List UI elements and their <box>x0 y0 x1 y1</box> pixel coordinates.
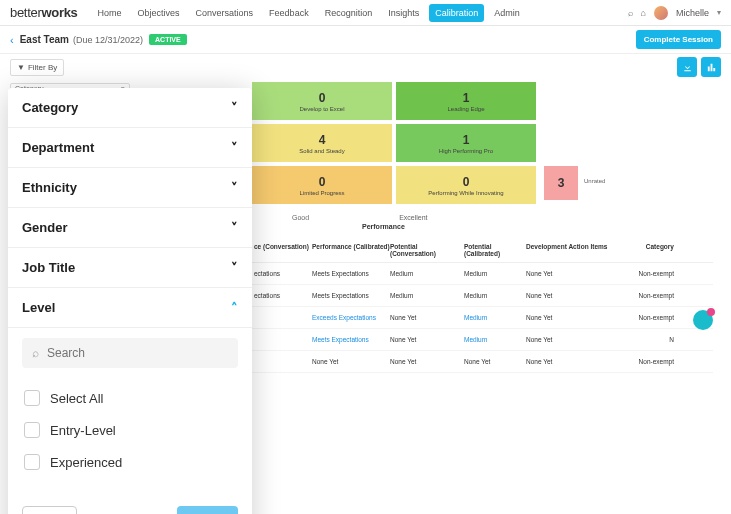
filter-by-button[interactable]: ▼Filter By <box>10 59 64 76</box>
cell: ectations <box>252 292 312 299</box>
unrated-cell[interactable]: 3 <box>544 166 578 200</box>
cell[interactable]: Exceeds Expectations <box>312 314 390 321</box>
col-header[interactable]: Potential (Conversation) <box>390 243 464 257</box>
filter-option[interactable]: Entry-Level <box>22 414 238 446</box>
checkbox[interactable] <box>24 422 40 438</box>
cell[interactable]: Medium <box>464 314 526 321</box>
level-section-body: ⌕ Select AllEntry-LevelExperienced <box>8 328 252 478</box>
nav-calibration[interactable]: Calibration <box>429 4 484 22</box>
main-content: 0Develop to Excel1Leading Edge4Solid and… <box>252 82 713 373</box>
nav-recognition[interactable]: Recognition <box>319 4 379 22</box>
session-header: ‹ East Team (Due 12/31/2022) ACTIVE Comp… <box>0 26 731 54</box>
filter-option[interactable]: Select All <box>22 382 238 414</box>
help-bubble[interactable] <box>693 310 713 330</box>
table-row[interactable]: ectationsMeets ExpectationsMediumMediumN… <box>252 285 713 307</box>
table-row[interactable]: Exceeds ExpectationsNone YetMediumNone Y… <box>252 307 713 329</box>
axis-tick: Excellent <box>399 214 427 221</box>
nine-box-grid: 0Develop to Excel1Leading Edge4Solid and… <box>252 82 713 204</box>
table-body: ectationsMeets ExpectationsMediumMediumN… <box>252 263 713 373</box>
cell: Non-exempt <box>618 358 678 365</box>
cell: Meets Expectations <box>312 292 390 299</box>
table-row[interactable]: None YetNone YetNone YetNone YetNon-exem… <box>252 351 713 373</box>
x-axis: Good Excellent <box>292 214 713 221</box>
top-nav: betterworks HomeObjectivesConversationsF… <box>0 0 731 26</box>
checkbox[interactable] <box>24 454 40 470</box>
search-icon[interactable]: ⌕ <box>628 8 633 18</box>
x-axis-label: Performance <box>362 223 713 230</box>
filter-accordion: Category˅Department˅Ethnicity˅Gender˅Job… <box>8 88 252 328</box>
axis-tick: Good <box>292 214 309 221</box>
avatar[interactable] <box>654 6 668 20</box>
search-icon: ⌕ <box>32 346 39 360</box>
filter-section-category[interactable]: Category˅ <box>8 88 252 128</box>
chevron-down-icon: ˅ <box>231 260 238 275</box>
cell: Medium <box>390 292 464 299</box>
brand-logo: betterworks <box>10 5 78 20</box>
col-header[interactable]: Potential (Calibrated) <box>464 243 526 257</box>
chevron-up-icon: ˄ <box>231 300 238 315</box>
filter-section-job-title[interactable]: Job Title˅ <box>8 248 252 288</box>
grid-cell[interactable]: 0Limited Progress <box>252 166 392 204</box>
cell: None Yet <box>390 314 464 321</box>
complete-session-button[interactable]: Complete Session <box>636 30 721 49</box>
chart-button[interactable] <box>701 57 721 77</box>
cell: None Yet <box>464 358 526 365</box>
filter-section-department[interactable]: Department˅ <box>8 128 252 168</box>
cell: None Yet <box>390 336 464 343</box>
col-header[interactable]: Category <box>618 243 678 257</box>
data-table: ce (Conversation)Performance (Calibrated… <box>252 238 713 373</box>
back-button[interactable]: ‹ <box>10 34 14 46</box>
col-header[interactable]: ce (Conversation) <box>252 243 312 257</box>
chevron-down-icon[interactable]: ▾ <box>717 8 721 17</box>
user-name[interactable]: Michelle <box>676 8 709 18</box>
grid-cell[interactable]: 1High Performing Pro <box>396 124 536 162</box>
col-header[interactable]: Performance (Calibrated) <box>312 243 390 257</box>
cell: N <box>618 336 678 343</box>
apply-button[interactable]: Apply <box>177 506 238 514</box>
search-input[interactable] <box>47 346 228 360</box>
filter-section-ethnicity[interactable]: Ethnicity˅ <box>8 168 252 208</box>
filter-search[interactable]: ⌕ <box>22 338 238 368</box>
nav-insights[interactable]: Insights <box>382 4 425 22</box>
cell[interactable]: Medium <box>464 336 526 343</box>
grid-cell[interactable]: 1Leading Edge <box>396 82 536 120</box>
clear-button[interactable]: Clear <box>22 506 77 514</box>
cell: None Yet <box>390 358 464 365</box>
checkbox[interactable] <box>24 390 40 406</box>
table-row[interactable]: Meets ExpectationsNone YetMediumNone Yet… <box>252 329 713 351</box>
cell: None Yet <box>526 270 618 277</box>
cell: None Yet <box>526 336 618 343</box>
session-title: East Team <box>20 34 69 45</box>
download-button[interactable] <box>677 57 697 77</box>
chevron-down-icon: ˅ <box>231 180 238 195</box>
cell: Non-exempt <box>618 270 678 277</box>
grid-cell[interactable]: 0Performing While Innovating <box>396 166 536 204</box>
filter-section-level[interactable]: Level˄ <box>8 288 252 328</box>
filter-panel: Category˅Department˅Ethnicity˅Gender˅Job… <box>8 88 252 514</box>
nav-admin[interactable]: Admin <box>488 4 526 22</box>
grid-cell[interactable]: 0Develop to Excel <box>252 82 392 120</box>
filter-footer: Clear Apply <box>8 492 252 514</box>
cell: ectations <box>252 270 312 277</box>
session-due: (Due 12/31/2022) <box>73 35 143 45</box>
cell: Medium <box>464 270 526 277</box>
col-header[interactable]: Development Action Items <box>526 243 618 257</box>
filter-section-gender[interactable]: Gender˅ <box>8 208 252 248</box>
filter-options: Select AllEntry-LevelExperienced <box>22 382 238 478</box>
cell: Medium <box>390 270 464 277</box>
nav-conversations[interactable]: Conversations <box>190 4 260 22</box>
table-row[interactable]: ectationsMeets ExpectationsMediumMediumN… <box>252 263 713 285</box>
notif-icon[interactable]: ⌂ <box>641 8 646 18</box>
filter-option[interactable]: Experienced <box>22 446 238 478</box>
cell: None Yet <box>526 314 618 321</box>
cell: Medium <box>464 292 526 299</box>
cell: Non-exempt <box>618 292 678 299</box>
cell: Non-exempt <box>618 314 678 321</box>
chevron-down-icon: ˅ <box>231 100 238 115</box>
grid-cell[interactable]: 4Solid and Steady <box>252 124 392 162</box>
table-header: ce (Conversation)Performance (Calibrated… <box>252 238 713 263</box>
nav-feedback[interactable]: Feedback <box>263 4 315 22</box>
nav-home[interactable]: Home <box>92 4 128 22</box>
cell[interactable]: Meets Expectations <box>312 336 390 343</box>
nav-objectives[interactable]: Objectives <box>132 4 186 22</box>
